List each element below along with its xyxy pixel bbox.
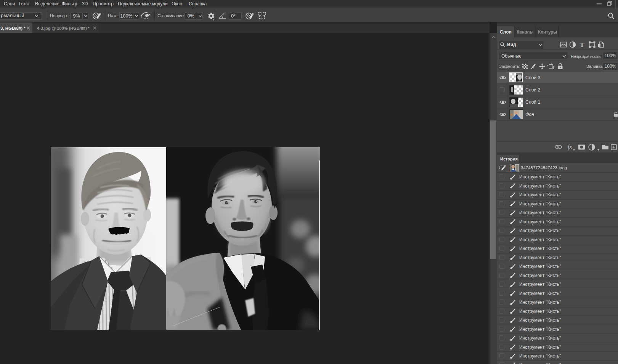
svg-text:fx: fx: [568, 144, 572, 151]
svg-text:T: T: [580, 41, 584, 48]
